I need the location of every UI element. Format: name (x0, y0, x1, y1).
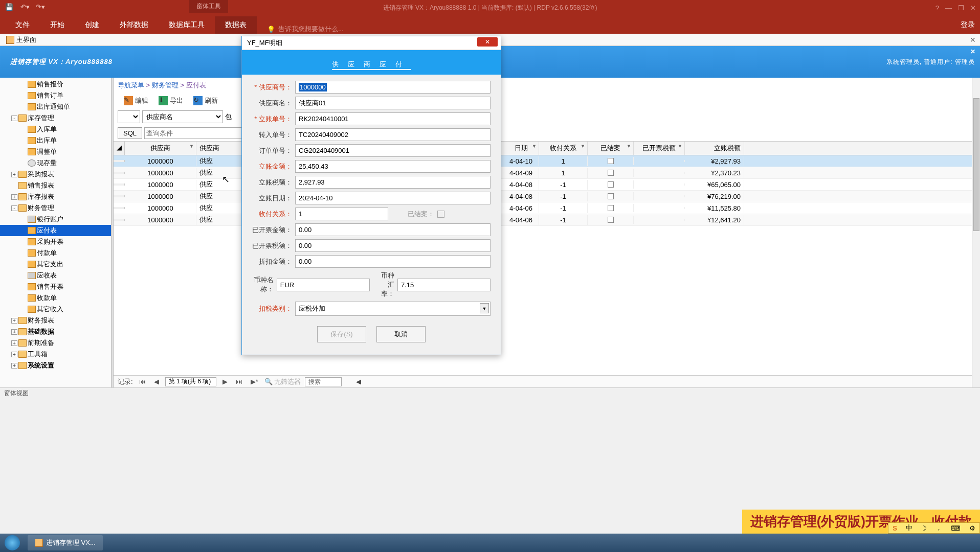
tree-item[interactable]: 销售报价 (0, 79, 111, 90)
tab-home[interactable]: 开始 (40, 16, 75, 34)
tree-toggle-icon[interactable]: + (11, 194, 17, 200)
tree-item[interactable]: -财务管理 (0, 202, 111, 214)
tree-item[interactable]: +工具箱 (0, 349, 111, 360)
field-relation[interactable] (295, 208, 388, 220)
tree-item[interactable]: +基础数据 (0, 326, 111, 337)
nav-next[interactable]: ▶ (220, 378, 230, 385)
header-close-icon[interactable]: ✕ (970, 48, 976, 55)
tree-toggle-icon[interactable]: - (11, 205, 17, 211)
tree-item[interactable]: 出库单 (0, 135, 111, 146)
tree-item[interactable]: 付款单 (0, 247, 111, 259)
tab-create[interactable]: 创建 (75, 16, 109, 34)
field-discount[interactable] (295, 255, 491, 268)
row-selector[interactable] (114, 160, 125, 162)
tree-item[interactable]: -库存管理 (0, 112, 111, 124)
tree-item[interactable]: 其它收入 (0, 304, 111, 315)
tree-item[interactable]: 销售报表 (0, 180, 111, 191)
col-supplier[interactable]: 供应商▼ (125, 142, 196, 155)
ime-lang[interactable]: 中 (906, 523, 912, 533)
tree-item[interactable]: +采购报表 (0, 169, 111, 180)
tree-toggle-icon[interactable]: + (11, 340, 17, 346)
field-transfer-no[interactable] (295, 128, 491, 141)
tree-toggle-icon[interactable]: - (11, 116, 17, 121)
nav-first[interactable]: ⏮ (137, 378, 148, 385)
nav-prev[interactable]: ◀ (152, 378, 161, 385)
filter-field-1[interactable] (118, 110, 140, 123)
col-tax-invoiced[interactable]: 已开票税额▼ (634, 142, 685, 155)
col-supplier-name[interactable]: 供应商 (196, 142, 242, 155)
ime-icon[interactable]: S (893, 524, 897, 532)
redo-icon[interactable]: ↷▾ (36, 3, 45, 12)
doc-tab-main[interactable]: 主界面 (2, 34, 40, 45)
col-relation[interactable]: 收付关系▼ (539, 142, 588, 155)
dialog-titlebar[interactable]: YF_MF明细 ✕ (242, 36, 501, 50)
query-input[interactable] (144, 127, 247, 139)
tell-me[interactable]: 💡告诉我您想要做什么... (267, 25, 344, 34)
tree-item[interactable]: 销售订单 (0, 90, 111, 101)
restore-icon[interactable]: ❐ (958, 4, 964, 12)
tree-item[interactable]: +系统设置 (0, 360, 111, 371)
field-doc-no[interactable] (295, 112, 491, 125)
field-currency[interactable] (277, 279, 370, 291)
sql-button[interactable]: SQL (118, 127, 142, 139)
tree-item[interactable]: 现存量 (0, 157, 111, 169)
tree-item[interactable]: 调整单 (0, 146, 111, 157)
tree-item[interactable]: 收款单 (0, 292, 111, 304)
ime-settings[interactable]: ⚙ (969, 524, 975, 532)
checkbox-closed[interactable] (437, 211, 444, 218)
doc-tab-close[interactable]: ✕ (970, 36, 976, 44)
close-icon[interactable]: ✕ (970, 4, 976, 12)
tree-item[interactable]: 出库通知单 (0, 101, 111, 112)
export-button[interactable]: ⬇导出 (159, 96, 183, 105)
tree-toggle-icon[interactable]: + (11, 318, 17, 324)
tree-toggle-icon[interactable]: + (11, 172, 17, 177)
help-icon[interactable]: ? (936, 4, 939, 12)
v-scrollbar[interactable] (972, 78, 980, 387)
tab-dbtools[interactable]: 数据库工具 (159, 16, 215, 34)
minimize-icon[interactable]: — (945, 4, 952, 12)
ime-moon[interactable]: ☽ (921, 524, 927, 532)
tree-item[interactable]: 采购开票 (0, 236, 111, 247)
nav-search[interactable] (305, 377, 342, 386)
row-selector[interactable] (114, 207, 125, 209)
start-button[interactable] (0, 534, 25, 552)
save-icon[interactable]: 💾 (5, 3, 14, 12)
nav-new[interactable]: ▶* (249, 378, 260, 385)
tree-item[interactable]: 入库单 (0, 124, 111, 135)
nav-last[interactable]: ⏭ (234, 378, 244, 385)
ime-keyboard[interactable]: ⌨ (951, 524, 961, 532)
tree-item[interactable]: 应收表 (0, 270, 111, 281)
col-amount[interactable]: 立账税额 (685, 142, 744, 155)
tree-item[interactable]: 应付表 (0, 225, 111, 236)
field-order-no[interactable] (295, 144, 491, 157)
row-selector[interactable] (114, 195, 125, 197)
field-invoiced-tax[interactable] (295, 239, 491, 252)
refresh-button[interactable]: ↻刷新 (193, 96, 218, 105)
tree-item[interactable]: +库存报表 (0, 191, 111, 202)
tree-item[interactable]: +财务报表 (0, 315, 111, 326)
cancel-button[interactable]: 取消 (376, 326, 426, 342)
tree-item[interactable]: 其它支出 (0, 259, 111, 270)
row-selector[interactable] (114, 183, 125, 186)
task-app[interactable]: 进销存管理 VX... (28, 535, 103, 550)
tab-external[interactable]: 外部数据 (109, 16, 159, 34)
undo-icon[interactable]: ↶▾ (20, 3, 30, 12)
edit-button[interactable]: ✎编辑 (124, 96, 148, 105)
field-invoiced-amt[interactable] (295, 223, 491, 236)
row-selector[interactable] (114, 172, 125, 174)
tree-toggle-icon[interactable]: + (11, 363, 17, 369)
breadcrumb-fin[interactable]: 财务管理 (152, 81, 179, 89)
tree-item[interactable]: 银行账户 (0, 214, 111, 225)
tab-datasheet[interactable]: 数据表 (215, 16, 257, 34)
col-date[interactable]: 日期▼ (503, 142, 539, 155)
tree-toggle-icon[interactable]: + (11, 329, 17, 335)
filter-field-2[interactable]: 供应商名 (142, 110, 223, 123)
tree-toggle-icon[interactable]: + (11, 352, 17, 357)
field-tax[interactable] (295, 176, 491, 189)
field-supplier-name[interactable] (295, 97, 491, 109)
tree-item[interactable]: +前期准备 (0, 337, 111, 349)
field-date[interactable] (295, 192, 491, 204)
field-supplier-no[interactable]: 1000000 (295, 81, 491, 94)
nav-position[interactable] (165, 377, 216, 386)
ime-punct[interactable]: ， (936, 523, 942, 533)
